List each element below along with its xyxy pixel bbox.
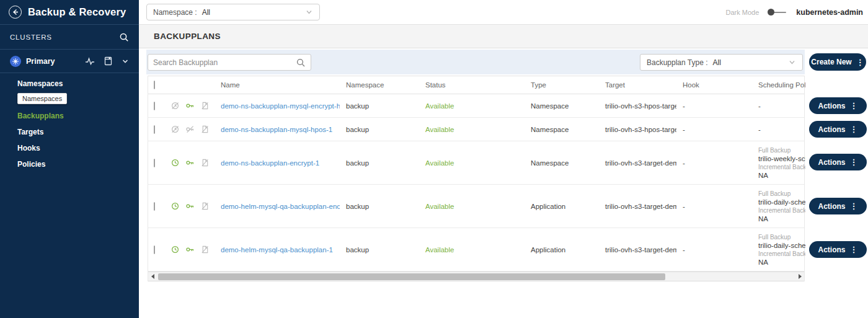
horizontal-scrollbar[interactable] — [148, 272, 804, 281]
namespaces-tooltip: Namespaces — [17, 93, 67, 104]
status-badge: Available — [425, 159, 454, 167]
cell-namespace: backup — [340, 246, 419, 254]
table-row: demo-helm-mysql-qa-backupplan-1 backup A… — [148, 228, 804, 272]
backupplan-type-label: Backupplan Type : — [647, 58, 708, 67]
status-badge: Available — [425, 102, 454, 110]
backupplan-name-link[interactable]: demo-ns-backupplan-mysql-hpos-1 — [221, 126, 332, 133]
col-header-namespace: Namespace — [340, 81, 419, 89]
scroll-right-arrow[interactable] — [795, 272, 804, 281]
hook-disabled-icon — [200, 101, 210, 110]
search-input[interactable] — [148, 55, 296, 70]
topbar: Namespace : All Dark Mode kubernetes-adm… — [139, 0, 868, 25]
schedule-disabled-icon — [170, 101, 180, 110]
cluster-report-icon[interactable] — [104, 56, 113, 66]
sidebar-item-hooks[interactable]: Hooks — [17, 140, 139, 156]
cluster-search-icon[interactable] — [119, 32, 129, 42]
encryption-key-icon — [185, 101, 195, 110]
row-actions-button[interactable]: Actions ⋮ — [809, 241, 867, 258]
sidebar-item-targets[interactable]: Targets — [17, 124, 139, 140]
kubernetes-icon — [10, 56, 21, 67]
cell-hook: - — [676, 203, 752, 210]
hook-disabled-icon — [200, 245, 210, 254]
backupplan-name-link[interactable]: demo-ns-backupplan-mysql-encrypt-hpos-1 — [221, 102, 340, 110]
sidebar: Backup & Recovery CLUSTERS Primary — [0, 0, 139, 318]
dark-mode-label: Dark Mode — [726, 9, 760, 16]
actions-label: Actions — [818, 245, 845, 254]
chevron-down-icon — [305, 8, 313, 16]
cluster-name: Primary — [26, 57, 80, 66]
encryption-key-icon — [185, 158, 195, 167]
kebab-menu-icon: ⋮ — [850, 125, 858, 133]
encryption-key-icon — [185, 201, 195, 211]
namespace-filter-label: Namespace : — [153, 8, 197, 17]
chevron-down-icon — [788, 58, 796, 66]
full-backup-label: Full Backup — [758, 234, 805, 242]
dark-mode-toggle[interactable] — [768, 8, 787, 17]
row-checkbox[interactable] — [154, 102, 155, 110]
col-header-target: Target — [599, 81, 676, 89]
cell-target: trilio-ovh-s3-hpos-target — [599, 102, 676, 110]
sidebar-item-backupplans[interactable]: Backupplans — [17, 108, 139, 124]
schedule-enabled-icon — [170, 158, 180, 167]
cell-type: Application — [525, 203, 599, 210]
namespace-filter-dropdown[interactable]: Namespace : All — [146, 4, 320, 20]
row-actions-button[interactable]: Actions ⋮ — [809, 97, 867, 114]
scroll-left-arrow[interactable] — [148, 272, 157, 281]
cell-target: trilio-ovh-s3-target-demo1 — [599, 159, 676, 167]
status-badge: Available — [425, 246, 454, 254]
row-actions-button[interactable]: Actions ⋮ — [809, 198, 867, 214]
namespace-filter-value: All — [202, 8, 305, 17]
content: Backupplan Type : All Create New ⋮ Name … — [139, 48, 868, 318]
row-actions-button[interactable]: Actions ⋮ — [809, 154, 867, 170]
cell-type: Namespace — [525, 126, 599, 133]
row-checkbox[interactable] — [154, 125, 155, 134]
page-title: BACKUPPLANS — [154, 32, 221, 41]
table-row: demo-ns-backupplan-mysql-hpos-1 backup A… — [148, 118, 804, 141]
create-new-button[interactable]: Create New ⋮ — [809, 53, 866, 71]
backupplan-name-link[interactable]: demo-helm-mysql-qa-backupplan-encrypt-1 — [221, 203, 340, 210]
row-checkbox[interactable] — [154, 159, 155, 167]
incremental-backup-policy: NA — [758, 171, 805, 180]
sidebar-item-policies[interactable]: Policies — [17, 156, 139, 172]
col-header-scheduling-policy: Scheduling Policy — [752, 81, 805, 89]
cell-hook: - — [676, 126, 752, 133]
table-row: demo-ns-backupplan-encrypt-1 backup Avai… — [148, 141, 804, 185]
backupplan-name-link[interactable]: demo-helm-mysql-qa-backupplan-1 — [221, 246, 333, 254]
sidebar-item-namespaces[interactable]: Namespaces — [17, 76, 139, 92]
backupplan-type-dropdown[interactable]: Backupplan Type : All — [640, 54, 803, 71]
cell-scheduling-policy: - — [752, 126, 805, 133]
row-checkbox[interactable] — [154, 245, 155, 254]
toolbar: Backupplan Type : All — [146, 50, 805, 74]
row-actions-button[interactable]: Actions ⋮ — [809, 121, 867, 138]
cluster-collapse-chevron-icon[interactable] — [122, 58, 129, 65]
incremental-backup-policy: NA — [758, 258, 805, 267]
search-icon[interactable] — [296, 58, 306, 68]
sidebar-header: Backup & Recovery — [0, 0, 139, 25]
cell-hook: - — [676, 102, 752, 110]
backupplan-name-link[interactable]: demo-ns-backupplan-encrypt-1 — [221, 159, 319, 167]
hook-disabled-icon — [200, 158, 210, 167]
col-header-name: Name — [215, 81, 340, 89]
cell-namespace: backup — [340, 203, 419, 210]
scrollbar-thumb[interactable] — [158, 273, 665, 280]
row-checkbox[interactable] — [154, 202, 155, 211]
kebab-menu-icon: ⋮ — [850, 245, 858, 254]
encryption-key-disabled-icon — [185, 125, 195, 134]
incremental-backup-label: Incremental Backup — [758, 207, 805, 215]
incremental-backup-label: Incremental Backup — [758, 250, 805, 258]
actions-label: Actions — [818, 125, 845, 134]
actions-label: Actions — [818, 102, 845, 110]
cluster-tools — [85, 56, 129, 66]
back-button[interactable] — [9, 6, 22, 19]
hook-disabled-icon — [200, 125, 210, 134]
full-backup-label: Full Backup — [758, 147, 805, 155]
cluster-row-primary[interactable]: Primary — [0, 50, 139, 73]
sidebar-menu: Namespaces Namespaces Backupplans Target… — [0, 73, 139, 172]
clusters-label: CLUSTERS — [10, 33, 52, 41]
kebab-menu-icon: ⋮ — [850, 202, 858, 210]
cluster-health-icon[interactable] — [85, 56, 95, 66]
toggle-knob — [768, 9, 774, 15]
select-all-checkbox[interactable] — [154, 81, 155, 89]
cell-scheduling-policy: Full Backup trilio-weekly-sche Increment… — [752, 146, 805, 180]
cell-namespace: backup — [340, 126, 419, 133]
